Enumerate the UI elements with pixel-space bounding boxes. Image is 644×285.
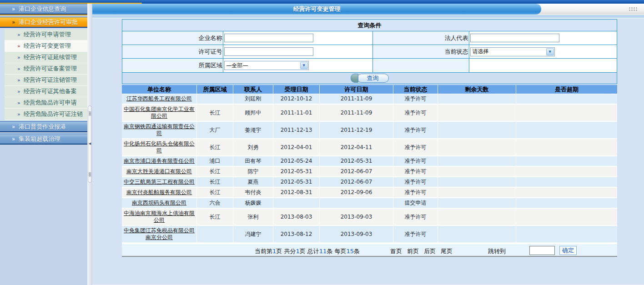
- sidebar-sub-item[interactable]: »经营危险品许可申请: [5, 97, 87, 109]
- main-area: 经营许可变更管理 查询条件 企业名称 法人代表: [92, 4, 644, 285]
- company-link[interactable]: 中化扬州石化码头仓储有限公司: [124, 140, 195, 154]
- table-cell: [516, 122, 617, 139]
- company-link[interactable]: 南京钢铁四通运输有限责任公司: [124, 123, 195, 136]
- table-cell: [438, 188, 516, 198]
- sidebar-item-label: 港口企业信息查询: [19, 5, 66, 13]
- table-cell: 浦口: [197, 156, 233, 167]
- table-cell: 顾邦中: [233, 105, 273, 122]
- sidebar-sub-item[interactable]: »经营许可证备案管理: [5, 63, 87, 75]
- table-row: 南京付炎船舶服务有限公司长江韦付炎2012-08-312012-09-06准予许…: [122, 188, 617, 198]
- table-cell: 张利: [233, 209, 273, 226]
- dropdown-button[interactable]: ▼: [546, 48, 554, 55]
- sidebar-sub-item[interactable]: »经营许可证注销管理: [5, 75, 87, 86]
- search-button-label: 查询: [367, 74, 379, 82]
- table-cell: 长江: [197, 105, 233, 122]
- table-cell: [516, 94, 617, 105]
- company-name-input[interactable]: [224, 34, 313, 42]
- summary-text: 页 总计: [300, 248, 319, 255]
- company-cell: 中海油南京顺海水上供油有限公司: [122, 209, 197, 226]
- table-cell: 长江: [197, 188, 233, 198]
- double-arrow-icon: »: [17, 89, 20, 95]
- table-cell: 大厂: [197, 122, 233, 139]
- sidebar-item-label: 港口普货作业报港: [19, 123, 66, 131]
- sidebar-sub-item[interactable]: »经营许可证其他备案: [5, 86, 87, 97]
- company-link[interactable]: 南京市浦口港务有限责任公司: [124, 158, 195, 164]
- confirm-button[interactable]: 确定: [559, 246, 577, 255]
- dropdown-button[interactable]: ▼: [300, 62, 308, 69]
- table-cell: 六合: [197, 198, 233, 209]
- license-no-input[interactable]: [224, 47, 313, 56]
- empty-cell: [373, 59, 469, 72]
- form-row: 所属区域 —全部— ▼: [122, 59, 617, 72]
- table-cell: 2011-12-13: [273, 122, 320, 139]
- table-row: 中海油南京顺海水上供油有限公司长江张利2013-08-032013-09-03准…: [122, 209, 617, 226]
- sidebar-group-item[interactable]: »集装箱超载治理: [0, 134, 87, 145]
- sidebar-item-label: 经营许可变更管理: [24, 42, 71, 50]
- company-link[interactable]: 南京大胜关港港口有限公司: [126, 168, 192, 175]
- table-cell: [438, 139, 516, 156]
- table-cell: 2012-04-01: [273, 139, 320, 156]
- sidebar-group-item[interactable]: »港口企业经营许可审批: [0, 17, 87, 28]
- sidebar-group-item[interactable]: »港口普货作业报港: [0, 121, 87, 132]
- table-cell: [516, 156, 617, 167]
- company-link[interactable]: 江苏华西船务工程有限公司: [126, 95, 192, 102]
- current-status-select[interactable]: 请选择 ▼: [470, 47, 555, 56]
- company-link[interactable]: 南京付炎船舶服务有限公司: [126, 189, 192, 195]
- company-link[interactable]: 南京西坝码头有限公司: [132, 200, 186, 206]
- content-header: 经营许可变更管理: [92, 4, 644, 15]
- sidebar-splitter[interactable]: ◀: [87, 4, 92, 285]
- grid-dots-icon[interactable]: [629, 7, 638, 12]
- table-cell: 准予许可: [393, 226, 438, 243]
- table-cell: 准予许可: [393, 177, 438, 188]
- sidebar-group-item[interactable]: »港口企业信息查询: [0, 4, 87, 15]
- table-row: 南京西坝码头有限公司六合杨媛媛提交申请: [122, 198, 617, 209]
- table-cell: 2012-10-12: [273, 94, 320, 105]
- company-link[interactable]: 中海油南京顺海水上供油有限公司: [124, 210, 195, 223]
- column-header: 所属区域: [197, 85, 233, 94]
- table-cell: [516, 167, 617, 177]
- table-cell: [438, 105, 516, 122]
- column-header: 受理日期: [273, 85, 320, 94]
- company-link[interactable]: 中交三航局第三工程有限公司: [124, 179, 195, 185]
- page-number: 15: [347, 248, 354, 255]
- sidebar-sub-item[interactable]: »经营许可证延续管理: [5, 52, 87, 63]
- jump-page-input[interactable]: [529, 246, 555, 255]
- column-header: 剩余天数: [438, 85, 516, 94]
- legal-rep-input[interactable]: [470, 34, 559, 42]
- company-link[interactable]: 中免集团江苏免税品有限公司南京分公司: [124, 227, 195, 240]
- next-page-link[interactable]: 后页: [424, 247, 436, 255]
- company-cell: 中化扬州石化码头仓储有限公司: [122, 139, 197, 156]
- sidebar-sub-item[interactable]: »经营许可变更管理: [5, 40, 87, 52]
- region-select[interactable]: —全部— ▼: [224, 61, 309, 70]
- company-cell: 江苏华西船务工程有限公司: [122, 94, 197, 105]
- sidebar-submenu: »经营许可申请管理»经营许可变更管理»经营许可证延续管理»经营许可证备案管理»经…: [0, 29, 87, 120]
- double-arrow-icon: »: [12, 19, 14, 25]
- table-cell: 准予许可: [393, 139, 438, 156]
- table-cell: [516, 105, 617, 122]
- table-header-row: 单位名称所属区域联系人受理日期许可日期当前状态剩余天数是否超期: [122, 85, 617, 94]
- company-cell: 中免集团江苏免税品有限公司南京分公司: [122, 226, 197, 243]
- last-page-link[interactable]: 尾页: [441, 247, 453, 255]
- column-header: 联系人: [233, 85, 273, 94]
- table-cell: [438, 156, 516, 167]
- first-page-link[interactable]: 首页: [390, 247, 402, 255]
- page-number: 1: [296, 248, 299, 255]
- double-arrow-icon: »: [17, 66, 20, 72]
- page-number: 11: [319, 248, 327, 255]
- legal-rep-label: 法人代表: [373, 31, 469, 45]
- company-cell: 中交三航局第三工程有限公司: [122, 177, 197, 188]
- table-cell: 田有琴: [233, 156, 273, 167]
- company-cell: 南京西坝码头有限公司: [122, 198, 197, 209]
- table-cell: 准予许可: [393, 105, 438, 122]
- sidebar-sub-item[interactable]: »经营危险品许可证注销: [5, 109, 87, 120]
- table-cell: 2012-05-31: [273, 167, 320, 177]
- prev-page-link[interactable]: 前页: [407, 247, 419, 255]
- search-button[interactable]: 查询: [357, 74, 389, 83]
- table-cell: [438, 167, 516, 177]
- splitter-handle[interactable]: ◀: [88, 105, 92, 183]
- company-cell: 南京大胜关港港口有限公司: [122, 167, 197, 177]
- sidebar-item-label: 经营危险品许可申请: [24, 99, 77, 107]
- company-link[interactable]: 中国石化集团南京化学工业有限公司: [124, 106, 195, 119]
- sidebar-item-label: 经营许可证注销管理: [24, 76, 77, 84]
- sidebar-sub-item[interactable]: »经营许可申请管理: [5, 29, 87, 40]
